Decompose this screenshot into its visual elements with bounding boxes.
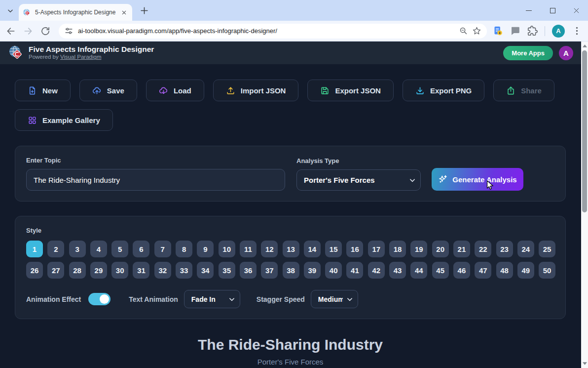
style-option-16[interactable]: 16 — [346, 241, 363, 257]
style-option-13[interactable]: 13 — [283, 241, 299, 257]
tab-title: 5-Aspects Infographic Designer — [35, 9, 115, 16]
style-option-47[interactable]: 47 — [475, 262, 491, 279]
style-option-24[interactable]: 24 — [517, 241, 534, 257]
address-bar[interactable]: ai-toolbox.visual-paradigm.com/app/five-… — [59, 24, 487, 39]
stagger-speed-select[interactable]: Medium — [311, 290, 358, 308]
zoom-out-icon[interactable] — [459, 27, 468, 35]
import-json-button[interactable]: Import JSON — [213, 80, 299, 101]
style-option-31[interactable]: 31 — [133, 262, 149, 279]
tab-search-button[interactable] — [4, 4, 17, 17]
toolbar-divider — [545, 26, 545, 36]
style-option-46[interactable]: 46 — [453, 262, 470, 279]
animation-effect-toggle[interactable] — [88, 293, 110, 305]
style-option-32[interactable]: 32 — [154, 262, 171, 279]
style-option-12[interactable]: 12 — [261, 241, 278, 257]
style-option-44[interactable]: 44 — [410, 262, 427, 279]
style-option-28[interactable]: 28 — [69, 262, 86, 279]
browser-tab[interactable]: 5-Aspects Infographic Designer — [19, 4, 132, 21]
window-maximize-button[interactable] — [541, 0, 564, 21]
share-icon — [506, 86, 515, 95]
style-option-39[interactable]: 39 — [304, 262, 321, 279]
style-option-42[interactable]: 42 — [368, 262, 385, 279]
style-option-1[interactable]: 1 — [26, 241, 43, 257]
style-option-21[interactable]: 21 — [453, 241, 470, 257]
style-label: Style — [26, 227, 554, 234]
style-option-26[interactable]: 26 — [26, 262, 43, 279]
window-minimize-button[interactable] — [517, 0, 541, 21]
style-option-15[interactable]: 15 — [325, 241, 342, 257]
page-scrollbar[interactable] — [581, 41, 588, 368]
style-option-6[interactable]: 6 — [133, 241, 149, 257]
window-close-button[interactable] — [564, 0, 588, 21]
style-option-17[interactable]: 17 — [368, 241, 385, 257]
style-option-22[interactable]: 22 — [475, 241, 491, 257]
style-option-30[interactable]: 30 — [111, 262, 128, 279]
style-option-38[interactable]: 38 — [283, 262, 299, 279]
style-option-41[interactable]: 41 — [346, 262, 363, 279]
kebab-menu-icon[interactable] — [572, 26, 582, 36]
export-json-button[interactable]: Export JSON — [307, 80, 394, 101]
style-option-9[interactable]: 9 — [197, 241, 214, 257]
url-text[interactable]: ai-toolbox.visual-paradigm.com/app/five-… — [78, 27, 454, 35]
save-button[interactable]: Save — [79, 80, 137, 101]
style-option-7[interactable]: 7 — [154, 241, 171, 257]
scrollbar-up-arrow[interactable] — [581, 42, 588, 49]
style-option-40[interactable]: 40 — [325, 262, 342, 279]
visual-paradigm-link[interactable]: Visual Paradigm — [60, 54, 102, 60]
style-option-5[interactable]: 5 — [111, 241, 128, 257]
back-button[interactable] — [6, 26, 16, 36]
style-option-29[interactable]: 29 — [90, 262, 107, 279]
site-settings-icon[interactable] — [65, 27, 73, 35]
export-png-button[interactable]: Export PNG — [403, 80, 484, 101]
user-avatar[interactable]: A — [559, 46, 573, 60]
text-animation-select[interactable]: Fade In — [184, 290, 240, 308]
browser-toolbar: ai-toolbox.visual-paradigm.com/app/five-… — [0, 21, 588, 41]
style-option-34[interactable]: 34 — [197, 262, 214, 279]
style-option-8[interactable]: 8 — [176, 241, 192, 257]
style-option-43[interactable]: 43 — [389, 262, 406, 279]
style-option-25[interactable]: 25 — [539, 241, 555, 257]
bookmark-star-icon[interactable] — [473, 27, 481, 35]
browser-profile-avatar[interactable]: A — [552, 25, 565, 38]
style-option-19[interactable]: 19 — [410, 241, 427, 257]
extensions-puzzle-icon[interactable] — [527, 26, 538, 36]
style-option-4[interactable]: 4 — [90, 241, 107, 257]
style-option-18[interactable]: 18 — [389, 241, 406, 257]
topic-input[interactable] — [26, 169, 285, 191]
text-animation-label: Text Animation — [129, 295, 178, 303]
more-apps-button[interactable]: More Apps — [503, 46, 553, 60]
reload-button[interactable] — [40, 26, 50, 36]
style-option-10[interactable]: 10 — [219, 241, 235, 257]
style-option-50[interactable]: 50 — [539, 262, 555, 279]
tab-close-button[interactable] — [119, 8, 128, 17]
style-option-23[interactable]: 23 — [496, 241, 513, 257]
style-option-11[interactable]: 11 — [240, 241, 257, 257]
example-gallery-button[interactable]: Example Gallery — [15, 109, 113, 131]
style-option-14[interactable]: 14 — [304, 241, 321, 257]
style-option-27[interactable]: 27 — [47, 262, 64, 279]
docs-offline-icon[interactable] — [493, 26, 503, 36]
new-button[interactable]: New — [15, 80, 71, 101]
style-option-3[interactable]: 3 — [69, 241, 86, 257]
load-button[interactable]: Load — [146, 80, 204, 101]
share-button[interactable]: Share — [493, 80, 554, 101]
scrollbar-down-arrow[interactable] — [581, 360, 588, 367]
style-option-37[interactable]: 37 — [261, 262, 278, 279]
style-option-36[interactable]: 36 — [240, 262, 257, 279]
style-option-49[interactable]: 49 — [517, 262, 534, 279]
style-option-20[interactable]: 20 — [432, 241, 449, 257]
generate-analysis-button[interactable]: Generate Analysis — [432, 168, 523, 191]
style-option-35[interactable]: 35 — [219, 262, 235, 279]
style-option-45[interactable]: 45 — [432, 262, 449, 279]
chevron-down-icon — [7, 7, 14, 14]
analysis-type-select[interactable]: Porter's Five Forces — [296, 169, 421, 191]
close-icon — [121, 10, 127, 15]
topic-field: Enter Topic — [26, 157, 285, 191]
forward-button[interactable] — [23, 26, 33, 36]
style-option-33[interactable]: 33 — [176, 262, 192, 279]
feedback-bubble-icon[interactable] — [510, 26, 520, 36]
style-option-48[interactable]: 48 — [496, 262, 513, 279]
style-option-2[interactable]: 2 — [47, 241, 64, 257]
scrollbar-thumb[interactable] — [582, 50, 587, 212]
new-tab-button[interactable] — [140, 6, 149, 15]
